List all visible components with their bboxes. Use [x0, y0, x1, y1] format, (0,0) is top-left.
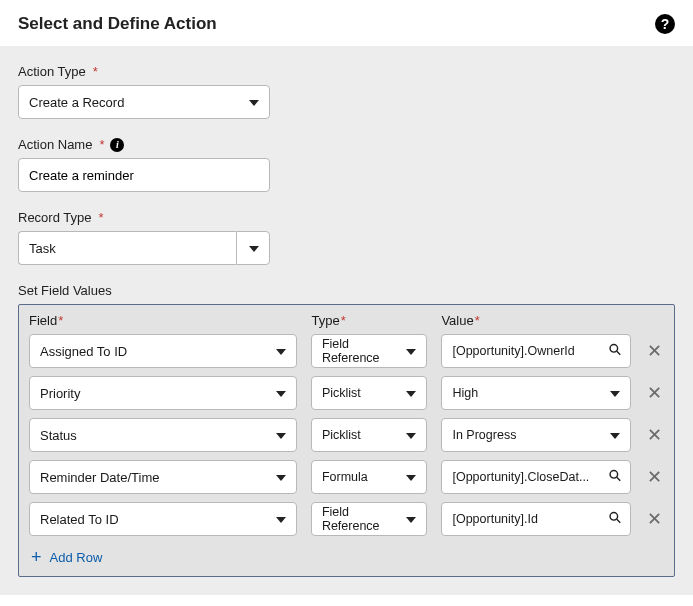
delete-row-button[interactable]: ✕	[645, 342, 663, 360]
field-select[interactable]: Reminder Date/Time	[29, 460, 297, 494]
record-type-label: Record Type	[18, 210, 91, 225]
svg-point-4	[610, 513, 618, 521]
close-icon: ✕	[647, 510, 662, 528]
chevron-down-icon	[276, 433, 286, 439]
type-select[interactable]: Picklist	[311, 418, 428, 452]
type-select[interactable]: Picklist	[311, 376, 428, 410]
field-values-grid: Field* Type* Value* Assigned To ID Field…	[18, 304, 675, 577]
delete-row-button[interactable]: ✕	[645, 510, 663, 528]
table-row: Reminder Date/Time Formula [Opportunity]…	[29, 460, 664, 494]
table-row: Related To ID Field Reference [Opportuni…	[29, 502, 664, 536]
chevron-down-icon	[249, 246, 259, 252]
svg-line-3	[617, 477, 621, 481]
type-select[interactable]: Field Reference	[311, 334, 428, 368]
field-value: Assigned To ID	[40, 344, 127, 359]
required-marker: *	[341, 313, 346, 328]
search-icon	[608, 511, 622, 528]
field-select[interactable]: Assigned To ID	[29, 334, 297, 368]
required-marker: *	[98, 210, 103, 225]
chevron-down-icon	[406, 433, 416, 439]
chevron-down-icon	[276, 391, 286, 397]
table-row: Status Picklist In Progress ✕	[29, 418, 664, 452]
close-icon: ✕	[647, 384, 662, 402]
svg-line-5	[617, 519, 621, 523]
type-value: Formula	[322, 470, 368, 484]
info-icon[interactable]: i	[110, 138, 124, 152]
close-icon: ✕	[647, 468, 662, 486]
set-field-values-label: Set Field Values	[18, 283, 675, 298]
chevron-down-icon	[406, 517, 416, 523]
field-select[interactable]: Priority	[29, 376, 297, 410]
chevron-down-icon	[276, 475, 286, 481]
chevron-down-icon	[276, 349, 286, 355]
action-name-label: Action Name	[18, 137, 92, 152]
value-lookup[interactable]: [Opportunity].CloseDat...	[441, 460, 630, 494]
page-title: Select and Define Action	[18, 14, 217, 34]
col-field-label: Field	[29, 313, 57, 328]
delete-row-button[interactable]: ✕	[645, 468, 663, 486]
action-name-input-wrap	[18, 158, 270, 192]
required-marker: *	[99, 137, 104, 152]
required-marker: *	[93, 64, 98, 79]
chevron-down-icon	[610, 391, 620, 397]
table-row: Assigned To ID Field Reference [Opportun…	[29, 334, 664, 368]
chevron-down-icon	[249, 100, 259, 106]
type-select[interactable]: Field Reference	[311, 502, 428, 536]
chevron-down-icon	[406, 349, 416, 355]
value-lookup[interactable]: [Opportunity].Id	[441, 502, 630, 536]
record-type-combo[interactable]: Task	[18, 231, 270, 265]
action-name-input[interactable]	[29, 168, 259, 183]
svg-point-0	[610, 345, 618, 353]
field-value: Status	[40, 428, 77, 443]
chevron-down-icon	[406, 475, 416, 481]
record-type-dropdown-button[interactable]	[236, 231, 270, 265]
value-text: In Progress	[452, 428, 516, 442]
plus-icon: +	[31, 548, 42, 566]
col-type-label: Type	[311, 313, 339, 328]
action-type-value: Create a Record	[29, 95, 124, 110]
field-select[interactable]: Related To ID	[29, 502, 297, 536]
chevron-down-icon	[406, 391, 416, 397]
col-value-label: Value	[441, 313, 473, 328]
help-icon[interactable]: ?	[655, 14, 675, 34]
type-value: Field Reference	[322, 505, 399, 533]
field-select[interactable]: Status	[29, 418, 297, 452]
table-row: Priority Picklist High ✕	[29, 376, 664, 410]
value-text: [Opportunity].Id	[452, 512, 537, 526]
required-marker: *	[58, 313, 63, 328]
value-text: [Opportunity].OwnerId	[452, 344, 574, 358]
delete-row-button[interactable]: ✕	[645, 384, 663, 402]
add-row-button[interactable]: + Add Row	[29, 544, 664, 566]
type-value: Field Reference	[322, 337, 399, 365]
type-value: Picklist	[322, 428, 361, 442]
field-value: Priority	[40, 386, 80, 401]
action-type-select[interactable]: Create a Record	[18, 85, 270, 119]
chevron-down-icon	[610, 433, 620, 439]
search-icon	[608, 469, 622, 486]
svg-line-1	[617, 351, 621, 355]
delete-row-button[interactable]: ✕	[645, 426, 663, 444]
field-value: Reminder Date/Time	[40, 470, 159, 485]
value-text: [Opportunity].CloseDat...	[452, 470, 589, 484]
field-value: Related To ID	[40, 512, 119, 527]
type-select[interactable]: Formula	[311, 460, 428, 494]
value-select[interactable]: High	[441, 376, 630, 410]
required-marker: *	[475, 313, 480, 328]
add-row-label: Add Row	[50, 550, 103, 565]
close-icon: ✕	[647, 426, 662, 444]
svg-point-2	[610, 471, 618, 479]
type-value: Picklist	[322, 386, 361, 400]
action-type-label: Action Type	[18, 64, 86, 79]
chevron-down-icon	[276, 517, 286, 523]
search-icon	[608, 343, 622, 360]
value-text: High	[452, 386, 478, 400]
value-lookup[interactable]: [Opportunity].OwnerId	[441, 334, 630, 368]
record-type-value: Task	[18, 231, 236, 265]
close-icon: ✕	[647, 342, 662, 360]
value-select[interactable]: In Progress	[441, 418, 630, 452]
